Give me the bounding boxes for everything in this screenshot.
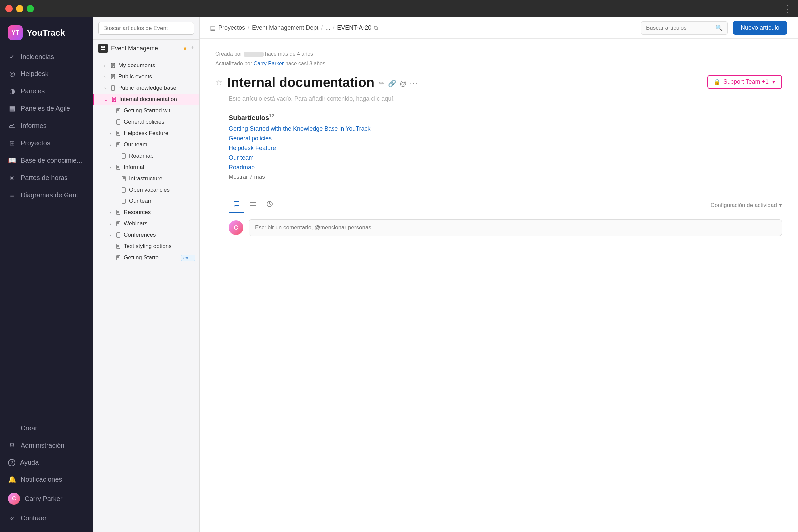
tree-item-our-team-1[interactable]: › Our team — [93, 139, 199, 150]
document-icon — [120, 198, 127, 205]
activity-config-label: Configuración de actividad — [710, 202, 777, 209]
tree-item-public-knowledge[interactable]: › Public knowledge base — [93, 82, 199, 94]
sidebar-item-diagramas[interactable]: ≡ Diagramas de Gantt — [0, 186, 93, 204]
copy-link-icon[interactable]: ⧉ — [374, 25, 378, 31]
sidebar-item-ayuda[interactable]: ? Ayuda — [0, 454, 93, 471]
search-icon[interactable]: 🔍 — [715, 24, 723, 32]
breadcrumb-ellipsis[interactable]: ... — [325, 24, 330, 31]
tree-item-roadmap[interactable]: › Roadmap — [93, 150, 199, 162]
document-icon — [115, 164, 122, 171]
updated-by-link[interactable]: Carry Parker — [254, 60, 284, 66]
breadcrumb-event-dept[interactable]: Event Management Dept — [252, 24, 318, 31]
tree-item-my-documents[interactable]: › My documents — [93, 60, 199, 71]
sidebar-item-contraer[interactable]: « Contraer — [0, 509, 93, 527]
document-icon — [110, 74, 116, 80]
tree-item-informal[interactable]: › Informal — [93, 162, 199, 173]
minimize-button[interactable] — [16, 5, 23, 12]
nav-label-proyectos: Proyectos — [21, 139, 50, 147]
tree-item-conferences[interactable]: › Conferences — [93, 229, 199, 241]
tree-item-our-team-2[interactable]: › Our team — [93, 195, 199, 207]
show-more-text[interactable]: Mostrar 7 más — [229, 174, 782, 180]
sidebar-item-paneles-agile[interactable]: ▤ Paneles de Agile — [0, 100, 93, 117]
tree-item-label: Open vacancies — [129, 187, 195, 193]
sidebar-item-notificaciones[interactable]: 🔔 Notificaciones — [0, 471, 93, 488]
add-document-button[interactable]: + — [190, 44, 194, 52]
tree-item-infrastructure[interactable]: › Infrastructure — [93, 173, 199, 184]
sidebar-item-helpdesk[interactable]: ◎ Helpdesk — [0, 65, 93, 82]
maximize-button[interactable] — [26, 5, 34, 12]
tree-item-label: Roadmap — [129, 153, 195, 159]
visibility-badge[interactable]: 🔒 Support Team +1 ▼ — [707, 75, 782, 89]
link-icon[interactable]: 🔗 — [388, 79, 396, 88]
breadcrumb-proyectos[interactable]: Proyectos — [218, 24, 245, 31]
tree-item-label: Public events — [118, 74, 195, 80]
window-menu-button[interactable]: ⋮ — [783, 3, 793, 14]
document-icon — [115, 141, 122, 148]
tree-item-resources[interactable]: › Resources — [93, 207, 199, 218]
document-icon — [115, 209, 122, 216]
article-meta: Creada por hace más de 4 años Actualizad… — [215, 49, 782, 69]
logo-text: YouTrack — [26, 27, 65, 38]
topbar-right: 🔍 Nuevo artículo — [641, 21, 787, 35]
chevron-right-icon: › — [108, 131, 113, 136]
chevron-right-icon: › — [102, 74, 108, 79]
proyectos-icon: ⊞ — [8, 139, 16, 147]
logo-icon: YT — [8, 25, 23, 40]
sidebar-item-crear[interactable]: + Crear — [0, 419, 93, 437]
helpdesk-icon: ◎ — [8, 70, 16, 78]
app-container: YT YouTrack ✓ Incidencias ◎ Helpdesk ◑ P… — [0, 17, 798, 532]
sidebar-item-paneles[interactable]: ◑ Paneles — [0, 82, 93, 100]
tree-item-general-policies[interactable]: › General policies — [93, 116, 199, 128]
commenter-avatar: C — [229, 221, 243, 235]
tree-item-helpdesk-feature[interactable]: › Helpdesk Feature — [93, 128, 199, 139]
tree-search-area — [93, 17, 199, 40]
agile-icon: ▤ — [8, 104, 16, 112]
tree-item-label: Informal — [124, 164, 195, 171]
tree-item-internal-doc[interactable]: ⌵ Internal documentation — [93, 94, 199, 105]
user-profile-item[interactable]: C Carry Parker — [0, 488, 93, 509]
new-article-button[interactable]: Nuevo artículo — [733, 21, 787, 35]
document-icon — [110, 62, 116, 69]
tree-item-label: Infrastructure — [129, 175, 195, 182]
tree-search-input[interactable] — [98, 22, 194, 35]
comment-input[interactable] — [249, 220, 782, 236]
sidebar-item-base[interactable]: 📖 Base de conocimie... — [0, 152, 93, 169]
tree-item-open-vacancies[interactable]: › Open vacancies — [93, 184, 199, 195]
tree-item-webinars[interactable]: › Webinars — [93, 218, 199, 229]
article-search-input[interactable] — [646, 25, 712, 31]
user-avatar: C — [8, 493, 20, 505]
tree-item-label: Our team — [129, 198, 195, 205]
subarticle-link-4[interactable]: Our team — [229, 154, 782, 161]
sidebar-item-partes[interactable]: ⊠ Partes de horas — [0, 169, 93, 186]
mention-icon[interactable]: @ — [400, 80, 406, 88]
tree-item-getting-started[interactable]: › Getting Started wit... — [93, 105, 199, 116]
diagramas-icon: ≡ — [8, 191, 16, 199]
document-icon — [115, 232, 122, 239]
tab-list[interactable] — [245, 198, 261, 213]
activity-config-button[interactable]: Configuración de actividad ▾ — [710, 202, 782, 209]
tree-item-getting-starte2[interactable]: › Getting Starte... en ... — [93, 252, 199, 263]
subarticle-link-1[interactable]: Getting Started with the Knowledge Base … — [229, 125, 782, 132]
article-star-icon[interactable]: ☆ — [215, 78, 223, 87]
more-options-icon[interactable]: ··· — [410, 79, 418, 88]
subarticle-link-3[interactable]: Helpdesk Feature — [229, 145, 782, 152]
article-empty-text[interactable]: Este artículo está vacío. Para añadir co… — [229, 95, 782, 102]
subarticle-link-5[interactable]: Roadmap — [229, 164, 782, 171]
breadcrumb: ▤ Proyectos / Event Management Dept / ..… — [210, 24, 636, 32]
tree-item-public-events[interactable]: › Public events — [93, 71, 199, 82]
sidebar-item-incidencias[interactable]: ✓ Incidencias — [0, 48, 93, 65]
close-button[interactable] — [5, 5, 13, 12]
user-name: Carry Parker — [25, 495, 62, 503]
tab-history[interactable] — [262, 198, 277, 213]
document-icon — [120, 187, 127, 193]
sidebar-item-admin[interactable]: ⚙ Administración — [0, 437, 93, 454]
nav-label-base: Base de conocimie... — [21, 157, 82, 164]
subarticle-link-2[interactable]: General policies — [229, 135, 782, 142]
sidebar-item-informes[interactable]: Informes — [0, 117, 93, 134]
star-button[interactable]: ★ — [182, 44, 188, 52]
edit-icon[interactable]: ✏ — [379, 79, 385, 88]
tab-comments[interactable] — [229, 198, 244, 213]
tree-item-label: Helpdesk Feature — [124, 130, 195, 137]
sidebar-item-proyectos[interactable]: ⊞ Proyectos — [0, 134, 93, 152]
tree-item-text-styling[interactable]: › Text styling options — [93, 241, 199, 252]
